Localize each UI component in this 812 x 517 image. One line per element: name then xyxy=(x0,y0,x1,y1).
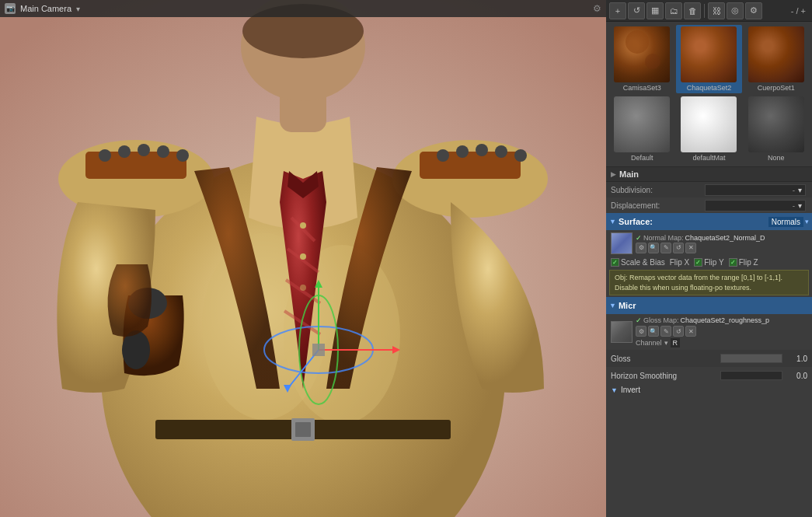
material-thumb-chaqueta xyxy=(681,26,737,82)
horizon-row: Horizon Smoothing 0.0 xyxy=(606,367,812,384)
camera-dropdown-arrow[interactable]: ▾ xyxy=(76,5,80,13)
scale-bias-checkbox[interactable]: ✓ xyxy=(611,258,619,267)
normalmap-icons: ⚙ 🔍 ✎ ↺ ✕ xyxy=(636,243,807,253)
normalmap-label: Normal Map: xyxy=(643,234,684,242)
normalmap-name: ChaquetaSet2_Normal_D xyxy=(685,234,765,242)
circle-button[interactable]: ◎ xyxy=(727,2,744,19)
material-item-defaultmat[interactable]: defaultMat xyxy=(676,95,741,163)
add-button[interactable]: + xyxy=(609,2,626,19)
displacement-dropdown[interactable]: - ▾ xyxy=(705,200,807,211)
channel-label: Channel xyxy=(636,339,662,347)
horizon-label: Horizon Smoothing xyxy=(611,372,720,380)
svg-rect-31 xyxy=(295,422,311,437)
normalmap-search-icon[interactable]: 🔍 xyxy=(648,243,659,253)
normals-dropdown-icon[interactable]: ▾ xyxy=(805,218,809,225)
gloss-bar[interactable] xyxy=(720,354,782,363)
horizon-value: 0.0 xyxy=(786,372,807,380)
character-view xyxy=(0,0,606,517)
channel-row: Channel ▾ R xyxy=(636,338,807,348)
normalmap-refresh-icon[interactable]: ↺ xyxy=(673,243,684,253)
panel-toolbar: + ↺ ▦ 🗂 🗑 ⛓ ◎ ⚙ - / + xyxy=(606,0,812,22)
subdivision-label: Subdivision: xyxy=(611,186,705,194)
surface-arrow-icon: ▼ xyxy=(609,218,616,225)
tooltip-text: Obj: Remaps vector data from the range [… xyxy=(615,274,782,292)
normalmap-thumb xyxy=(611,232,633,254)
flip-x-item[interactable]: Flip X xyxy=(670,258,690,267)
camera-icon: 📷 xyxy=(5,3,16,14)
svg-point-17 xyxy=(456,145,469,158)
svg-point-34 xyxy=(300,285,306,291)
svg-point-19 xyxy=(495,145,507,158)
micro-arrow-icon: ▼ xyxy=(609,302,616,309)
delete-button[interactable]: 🗑 xyxy=(684,2,701,19)
material-thumb-none xyxy=(748,96,804,152)
material-thumb-defaultmat xyxy=(681,96,737,152)
flip-x-label: Flip X xyxy=(670,258,690,267)
svg-point-11 xyxy=(99,149,111,162)
scale-bias-check-item[interactable]: ✓ Scale & Bias xyxy=(611,258,665,267)
glossmap-label: Gloss Map: xyxy=(643,316,679,324)
properties-panel: ▶ Main Subdivision: - ▾ Displacement: - … xyxy=(606,166,812,517)
material-item-camisa[interactable]: CamisaSet3 xyxy=(609,25,674,93)
folder-button[interactable]: 🗂 xyxy=(665,2,682,19)
normalmap-remove-icon[interactable]: ✕ xyxy=(685,243,696,253)
normals-label[interactable]: Normals xyxy=(768,217,803,227)
invert-arrow-icon: ▼ xyxy=(611,386,618,394)
glossmap-remove-icon[interactable]: ✕ xyxy=(685,326,696,337)
micro-section-header[interactable]: ▼ Micr xyxy=(606,297,812,314)
horizon-bar[interactable] xyxy=(720,371,782,380)
material-label-chaqueta: ChaquetaSet2 xyxy=(678,84,740,92)
main-section-header[interactable]: ▶ Main xyxy=(606,166,812,182)
glossmap-refresh-icon[interactable]: ↺ xyxy=(673,326,684,337)
subdivision-row: Subdivision: - ▾ xyxy=(606,182,812,197)
flip-y-checkbox[interactable]: ✓ xyxy=(694,258,702,267)
viewport: 📷 Main Camera ▾ ⚙ xyxy=(0,0,606,517)
flip-z-checkbox[interactable]: ✓ xyxy=(729,258,737,267)
tooltip-box: Obj: Remaps vector data from the range [… xyxy=(609,270,809,295)
svg-point-46 xyxy=(645,54,660,69)
material-label-cuerpo: CuerpoSet1 xyxy=(745,84,807,92)
svg-point-15 xyxy=(176,149,189,162)
glossmap-info: ✓ Gloss Map: ChaquetaSet2_roughness_p ⚙ … xyxy=(636,316,807,348)
gloss-label: Gloss xyxy=(611,355,720,363)
flip-z-check-item[interactable]: ✓ Flip Z xyxy=(729,258,758,267)
svg-point-13 xyxy=(138,144,150,156)
material-thumb-cuerpo xyxy=(748,26,804,82)
material-label-default: Default xyxy=(611,154,673,162)
displacement-label: Displacement: xyxy=(611,201,705,210)
svg-point-14 xyxy=(157,145,169,158)
material-thumb-camisa xyxy=(614,26,670,82)
material-item-none[interactable]: None xyxy=(744,95,809,163)
link-button[interactable]: ⛓ xyxy=(708,2,725,19)
material-label-camisa: CamisaSet3 xyxy=(611,84,673,92)
glossmap-search-icon[interactable]: 🔍 xyxy=(648,326,659,337)
material-label-defaultmat: defaultMat xyxy=(678,154,740,162)
surface-section-header[interactable]: ▼ Surface: Normals ▾ xyxy=(606,213,812,230)
svg-point-12 xyxy=(118,145,131,158)
normalmap-edit-icon[interactable]: ✎ xyxy=(660,243,671,253)
material-label-none: None xyxy=(745,154,807,162)
glossmap-edit-icon[interactable]: ✎ xyxy=(660,326,671,337)
glossmap-row: ✓ Gloss Map: ChaquetaSet2_roughness_p ⚙ … xyxy=(606,314,812,350)
material-item-default[interactable]: Default xyxy=(609,95,674,163)
right-panel: + ↺ ▦ 🗂 🗑 ⛓ ◎ ⚙ - / + CamisaSet3 Chaquet… xyxy=(606,0,812,517)
grid-button[interactable]: ▦ xyxy=(646,2,664,19)
flip-y-check-item[interactable]: ✓ Flip Y xyxy=(694,258,723,267)
viewport-settings-icon[interactable]: ⚙ xyxy=(593,3,601,14)
flip-z-label: Flip Z xyxy=(739,258,758,267)
glossmap-settings-icon[interactable]: ⚙ xyxy=(636,326,646,337)
gear-button[interactable]: ⚙ xyxy=(745,2,762,19)
normalmap-row: ✓ Normal Map: ChaquetaSet2_Normal_D ⚙ 🔍 … xyxy=(606,230,812,257)
refresh-button[interactable]: ↺ xyxy=(628,2,645,19)
svg-point-45 xyxy=(626,30,649,54)
subdivision-dropdown[interactable]: - ▾ xyxy=(705,184,807,196)
gloss-value: 1.0 xyxy=(786,355,807,363)
viewport-topbar: 📷 Main Camera ▾ ⚙ xyxy=(0,0,606,17)
material-item-chaqueta[interactable]: ChaquetaSet2 xyxy=(676,25,741,93)
glossmap-thumb xyxy=(611,321,633,343)
main-arrow-icon: ▶ xyxy=(611,170,616,178)
material-item-cuerpo[interactable]: CuerpoSet1 xyxy=(744,25,809,93)
glossmap-check: ✓ xyxy=(636,316,642,324)
invert-row[interactable]: ▼ Invert xyxy=(606,384,812,396)
normalmap-settings-icon[interactable]: ⚙ xyxy=(636,243,646,253)
